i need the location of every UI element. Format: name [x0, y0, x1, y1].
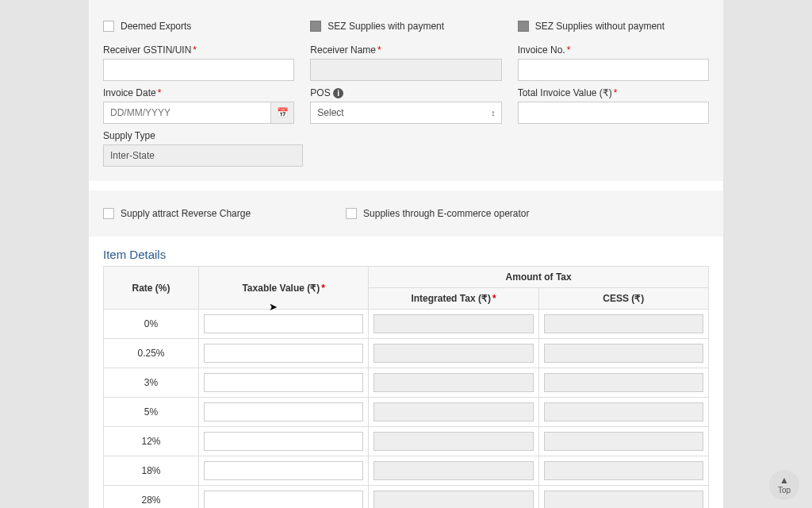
- calendar-icon[interactable]: 📅: [270, 102, 294, 124]
- input-taxable-value-6[interactable]: [204, 491, 363, 508]
- label-sez-without-payment: SEZ Supplies without payment: [535, 21, 665, 32]
- input-invoice-no[interactable]: [518, 59, 709, 81]
- input-cess-0: [544, 314, 703, 333]
- extra-options-section: Supply attract Reverse Charge Supplies t…: [89, 190, 723, 237]
- cell-rate: 0%: [104, 310, 199, 339]
- back-to-top-label: Top: [778, 486, 791, 495]
- chevron-up-icon: ▲: [779, 475, 789, 486]
- label-reverse-charge: Supply attract Reverse Charge: [121, 208, 251, 219]
- label-supply-type: Supply Type: [103, 130, 303, 141]
- input-taxable-value-5[interactable]: [204, 461, 363, 480]
- input-taxable-value-0[interactable]: [204, 314, 363, 333]
- checkbox-reverse-charge[interactable]: [103, 208, 114, 219]
- input-integrated-tax-3: [373, 402, 533, 421]
- input-invoice-date[interactable]: [103, 102, 270, 124]
- cell-rate: 18%: [104, 456, 199, 486]
- item-details-table: Rate (%) Taxable Value (₹)* Amount of Ta…: [103, 266, 709, 508]
- label-pos: POS i: [310, 87, 501, 98]
- cell-rate: 5%: [104, 398, 199, 427]
- cell-rate: 0.25%: [104, 339, 199, 368]
- input-integrated-tax-0: [373, 314, 533, 333]
- input-integrated-tax-6: [373, 491, 533, 508]
- item-details-heading: Item Details: [89, 237, 723, 266]
- input-cess-1: [544, 344, 703, 363]
- table-row: 0%: [104, 310, 709, 339]
- table-row: 18%: [104, 456, 709, 486]
- input-integrated-tax-5: [373, 461, 533, 480]
- checkbox-sez-with-payment[interactable]: [310, 21, 321, 32]
- table-row: 12%: [104, 427, 709, 456]
- input-receiver-name: [310, 59, 501, 81]
- table-row: 5%: [104, 398, 709, 427]
- th-cess: CESS (₹): [538, 288, 708, 310]
- label-deemed-exports: Deemed Exports: [121, 21, 191, 32]
- input-taxable-value-3[interactable]: [204, 402, 363, 421]
- invoice-form-section: Deemed Exports SEZ Supplies with payment…: [89, 0, 723, 181]
- label-sez-with-payment: SEZ Supplies with payment: [327, 21, 444, 32]
- checkbox-ecommerce[interactable]: [346, 208, 357, 219]
- checkbox-sez-without-payment[interactable]: [518, 21, 529, 32]
- input-taxable-value-1[interactable]: [204, 344, 363, 363]
- input-integrated-tax-2: [373, 373, 533, 392]
- th-amount-of-tax: Amount of Tax: [369, 267, 709, 288]
- input-cess-3: [544, 402, 703, 421]
- back-to-top-button[interactable]: ▲ Top: [769, 470, 799, 500]
- label-total-invoice-value: Total Invoice Value (₹)*: [518, 87, 709, 98]
- input-receiver-gstin[interactable]: [103, 59, 294, 81]
- input-taxable-value-4[interactable]: [204, 432, 363, 451]
- label-receiver-name: Receiver Name*: [310, 44, 501, 56]
- label-invoice-date: Invoice Date*: [103, 87, 294, 98]
- th-integrated: Integrated Tax (₹)*: [369, 288, 538, 310]
- cell-rate: 12%: [104, 427, 199, 456]
- table-row: 28%: [104, 486, 709, 509]
- input-integrated-tax-1: [373, 344, 533, 363]
- table-row: 3%: [104, 368, 709, 398]
- cell-rate: 28%: [104, 486, 199, 509]
- input-cess-2: [544, 373, 703, 392]
- th-rate: Rate (%): [104, 267, 199, 310]
- input-cess-5: [544, 461, 703, 480]
- cell-rate: 3%: [104, 368, 199, 398]
- table-row: 0.25%: [104, 339, 709, 368]
- checkbox-deemed-exports[interactable]: [103, 21, 114, 32]
- th-taxable: Taxable Value (₹)*: [199, 267, 369, 310]
- input-total-invoice-value[interactable]: [518, 102, 709, 124]
- label-invoice-no: Invoice No.*: [518, 44, 709, 56]
- select-pos[interactable]: [310, 102, 501, 124]
- input-cess-4: [544, 432, 703, 451]
- input-supply-type: [103, 144, 303, 167]
- input-cess-6: [544, 491, 703, 508]
- label-receiver-gstin: Receiver GSTIN/UIN*: [103, 44, 294, 56]
- input-integrated-tax-4: [373, 432, 533, 451]
- input-taxable-value-2[interactable]: [204, 373, 363, 392]
- label-ecommerce: Supplies through E-commerce operator: [363, 208, 529, 219]
- info-icon[interactable]: i: [333, 88, 343, 98]
